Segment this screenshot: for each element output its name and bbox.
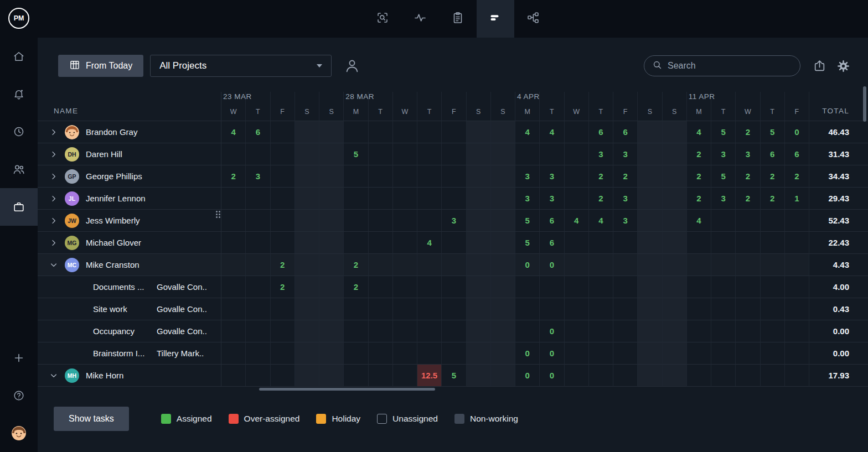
allocation-cell[interactable] (271, 143, 295, 165)
export-icon[interactable] (813, 59, 826, 73)
sidebar-item-notifications[interactable] (0, 75, 38, 113)
allocation-cell[interactable] (565, 254, 589, 276)
allocation-cell[interactable] (613, 365, 638, 387)
allocation-cell[interactable] (785, 365, 809, 387)
allocation-cell[interactable]: 5 (344, 143, 368, 165)
allocation-cell[interactable] (687, 365, 711, 387)
allocation-cell[interactable] (344, 232, 368, 254)
allocation-cell[interactable] (393, 365, 417, 387)
allocation-cell[interactable] (369, 232, 393, 254)
allocation-cell[interactable]: 6 (540, 210, 564, 232)
allocation-cell[interactable]: 0 (785, 121, 809, 143)
allocation-cell[interactable]: 6 (540, 232, 564, 254)
allocation-cell[interactable] (246, 232, 270, 254)
task-row[interactable]: Site workGovalle Con..0.43 (38, 298, 868, 320)
allocation-cell[interactable] (319, 210, 344, 232)
allocation-cell[interactable] (369, 121, 393, 143)
search-box[interactable] (644, 55, 800, 76)
allocation-cell[interactable] (271, 342, 295, 365)
tab-workflow[interactable] (514, 0, 552, 38)
allocation-cell[interactable]: 4 (687, 121, 711, 143)
person-row[interactable]: DHDaren Hill5332336631.43 (38, 143, 868, 165)
person-row[interactable]: GPGeorge Phillips2333222522234.43 (38, 165, 868, 188)
allocation-cell[interactable]: 3 (736, 143, 760, 165)
allocation-cell[interactable] (613, 254, 638, 276)
allocation-cell[interactable]: 0 (515, 365, 540, 387)
allocation-cell[interactable] (761, 276, 785, 298)
allocation-cell[interactable] (295, 165, 319, 188)
allocation-cell[interactable] (442, 121, 466, 143)
allocation-cell[interactable] (442, 298, 466, 320)
allocation-cell[interactable] (613, 342, 638, 365)
allocation-cell[interactable]: 0 (540, 254, 564, 276)
allocation-cell[interactable] (417, 254, 442, 276)
allocation-cell[interactable] (663, 276, 687, 298)
allocation-cell[interactable] (271, 121, 295, 143)
allocation-cell[interactable] (393, 254, 417, 276)
allocation-cell[interactable] (711, 254, 736, 276)
row-expand-chevron[interactable] (49, 261, 58, 269)
allocation-cell[interactable] (246, 320, 270, 342)
allocation-cell[interactable] (344, 342, 368, 365)
allocation-cell[interactable]: 0 (515, 342, 540, 365)
person-row[interactable]: MGMichael Glover45622.43 (38, 232, 868, 254)
allocation-cell[interactable] (393, 210, 417, 232)
allocation-cell[interactable]: 5 (761, 121, 785, 143)
allocation-cell[interactable] (515, 320, 540, 342)
allocation-cell[interactable] (467, 320, 491, 342)
allocation-cell[interactable] (613, 232, 638, 254)
row-expand-chevron[interactable] (49, 172, 58, 181)
sidebar-item-user-avatar[interactable] (0, 414, 38, 452)
allocation-cell[interactable] (687, 276, 711, 298)
allocation-cell[interactable]: 3 (613, 210, 638, 232)
allocation-cell[interactable]: 6 (589, 121, 613, 143)
allocation-cell[interactable] (271, 165, 295, 188)
allocation-cell[interactable] (663, 320, 687, 342)
allocation-cell[interactable] (442, 342, 466, 365)
allocation-cell[interactable]: 3 (613, 143, 638, 165)
allocation-cell[interactable] (319, 320, 344, 342)
allocation-cell[interactable] (565, 276, 589, 298)
allocation-cell[interactable] (369, 276, 393, 298)
allocation-cell[interactable] (711, 365, 736, 387)
show-tasks-button[interactable]: Show tasks (54, 407, 129, 431)
row-expand-chevron[interactable] (49, 128, 58, 137)
vertical-scrollbar[interactable] (863, 86, 866, 122)
allocation-cell[interactable] (565, 165, 589, 188)
allocation-cell[interactable] (344, 298, 368, 320)
allocation-cell[interactable] (369, 188, 393, 210)
allocation-cell[interactable] (761, 342, 785, 365)
allocation-cell[interactable] (393, 188, 417, 210)
allocation-cell[interactable] (393, 143, 417, 165)
allocation-cell[interactable] (736, 365, 760, 387)
allocation-cell[interactable] (638, 254, 662, 276)
allocation-cell[interactable]: 4 (417, 232, 442, 254)
allocation-cell[interactable] (417, 320, 442, 342)
allocation-cell[interactable] (393, 165, 417, 188)
app-logo[interactable]: PM (8, 8, 29, 29)
allocation-cell[interactable] (319, 365, 344, 387)
allocation-cell[interactable] (319, 254, 344, 276)
allocation-cell[interactable] (417, 210, 442, 232)
allocation-cell[interactable] (613, 320, 638, 342)
allocation-cell[interactable]: 2 (761, 165, 785, 188)
allocation-cell[interactable]: 6 (761, 143, 785, 165)
allocation-cell[interactable]: 3 (246, 165, 270, 188)
allocation-cell[interactable] (295, 365, 319, 387)
allocation-cell[interactable] (344, 121, 368, 143)
allocation-cell[interactable] (417, 143, 442, 165)
allocation-cell[interactable] (491, 365, 515, 387)
allocation-cell[interactable] (417, 165, 442, 188)
allocation-cell[interactable] (638, 232, 662, 254)
task-row[interactable]: Documents ...Govalle Con..224.00 (38, 276, 868, 298)
allocation-cell[interactable] (295, 298, 319, 320)
allocation-cell[interactable] (491, 165, 515, 188)
allocation-cell[interactable]: 2 (687, 143, 711, 165)
sidebar-item-add[interactable] (0, 339, 38, 377)
allocation-cell[interactable] (491, 188, 515, 210)
allocation-cell[interactable]: 2 (344, 276, 368, 298)
row-expand-chevron[interactable] (49, 238, 58, 247)
allocation-cell[interactable] (736, 210, 760, 232)
allocation-cell[interactable] (319, 143, 344, 165)
allocation-cell[interactable] (565, 188, 589, 210)
